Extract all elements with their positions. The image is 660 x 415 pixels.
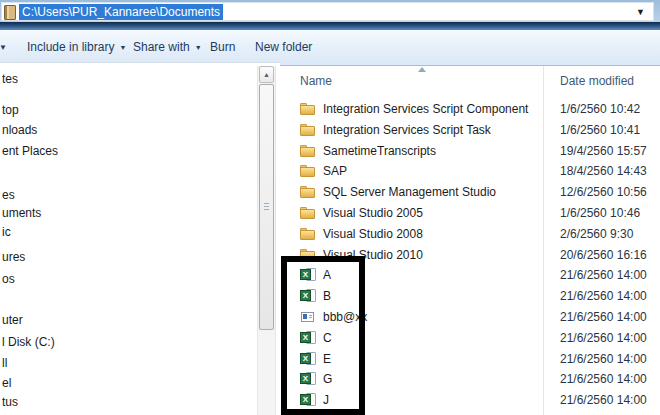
file-date-modified: 19/4/2560 15:57 bbox=[560, 144, 647, 158]
file-name: SAP bbox=[323, 164, 347, 178]
command-toolbar: ▼ Include in library▼ Share with▼ Burn N… bbox=[0, 30, 660, 63]
window-glass-band bbox=[0, 22, 660, 30]
address-bar-row: C:\Users\PUR_Kannaree\Documents ▼ bbox=[0, 0, 660, 22]
file-date-modified: 18/4/2560 14:43 bbox=[560, 164, 647, 178]
file-date-modified: 12/6/2560 10:56 bbox=[560, 185, 647, 199]
sidebar-item[interactable]: ic bbox=[2, 225, 11, 240]
sidebar-item[interactable]: es bbox=[2, 188, 15, 203]
file-row[interactable]: SQL Server Management Studio12/6/2560 10… bbox=[300, 184, 655, 201]
sidebar-item[interactable]: os bbox=[2, 272, 15, 287]
sidebar-item[interactable]: tes bbox=[2, 72, 18, 87]
folder-icon bbox=[300, 185, 317, 199]
sidebar-item[interactable]: ent Places bbox=[2, 144, 58, 159]
truncated-dropdown-icon[interactable]: ▼ bbox=[0, 43, 7, 52]
sort-ascending-icon bbox=[418, 67, 426, 72]
file-row[interactable]: Visual Studio 20051/6/2560 10:46 bbox=[300, 205, 655, 222]
sidebar-item[interactable]: uments bbox=[2, 206, 41, 221]
folder-icon bbox=[300, 206, 317, 220]
address-path-selected-text[interactable]: C:\Users\PUR_Kannaree\Documents bbox=[19, 4, 223, 20]
file-date-modified: 1/6/2560 10:41 bbox=[560, 123, 640, 137]
sidebar-item[interactable]: ll bbox=[2, 356, 7, 371]
file-date-modified: 2/6/2560 9:30 bbox=[560, 227, 633, 241]
sidebar-item[interactable]: l Disk (C:) bbox=[2, 335, 55, 350]
burn-label: Burn bbox=[210, 40, 235, 54]
chevron-down-icon: ▼ bbox=[195, 44, 202, 51]
share-with-label: Share with bbox=[133, 40, 190, 54]
file-date-modified: 21/6/2560 14:00 bbox=[560, 310, 647, 324]
column-header-strip bbox=[280, 62, 660, 66]
file-date-modified: 21/6/2560 14:00 bbox=[560, 352, 647, 366]
folder-icon bbox=[300, 102, 317, 116]
folder-icon bbox=[300, 227, 317, 241]
column-header-name[interactable]: Name bbox=[300, 74, 332, 89]
folder-icon bbox=[300, 123, 317, 137]
file-row[interactable]: Integration Services Script Task1/6/2560… bbox=[300, 121, 655, 138]
file-date-modified: 20/6/2560 16:16 bbox=[560, 248, 647, 262]
chevron-down-icon: ▼ bbox=[119, 44, 126, 51]
new-folder-button[interactable]: New folder bbox=[255, 39, 312, 55]
folder-icon bbox=[300, 144, 317, 158]
file-name: Visual Studio 2008 bbox=[323, 227, 423, 241]
file-date-modified: 1/6/2560 10:46 bbox=[560, 206, 640, 220]
column-header-date-modified[interactable]: Date modified bbox=[560, 74, 634, 89]
sidebar-item[interactable]: el bbox=[2, 376, 11, 391]
file-name: Integration Services Script Task bbox=[323, 123, 491, 137]
scrollbar-thumb[interactable] bbox=[259, 84, 274, 330]
sidebar-item[interactable]: tus bbox=[2, 395, 18, 410]
address-bar[interactable]: C:\Users\PUR_Kannaree\Documents ▼ bbox=[1, 2, 654, 21]
share-with-button[interactable]: Share with▼ bbox=[133, 39, 202, 55]
scroll-up-icon: ▲ bbox=[263, 71, 270, 78]
file-row[interactable]: SametimeTranscripts19/4/2560 15:57 bbox=[300, 142, 655, 159]
file-row[interactable]: Visual Studio 20082/6/2560 9:30 bbox=[300, 225, 655, 242]
include-in-library-label: Include in library bbox=[27, 40, 114, 54]
file-row[interactable]: Integration Services Script Component1/6… bbox=[300, 101, 655, 118]
file-row[interactable]: SAP18/4/2560 14:43 bbox=[300, 163, 655, 180]
new-folder-label: New folder bbox=[255, 40, 312, 54]
folder-icon bbox=[300, 164, 317, 178]
file-date-modified: 21/6/2560 14:00 bbox=[560, 331, 647, 345]
file-date-modified: 1/6/2560 10:42 bbox=[560, 102, 640, 116]
file-name: SQL Server Management Studio bbox=[323, 185, 496, 199]
explorer-window: C:\Users\PUR_Kannaree\Documents ▼ ▼ Incl… bbox=[0, 0, 660, 415]
file-name: Visual Studio 2005 bbox=[323, 206, 423, 220]
annotation-rectangle bbox=[281, 256, 365, 415]
file-date-modified: 21/6/2560 14:00 bbox=[560, 372, 647, 386]
scrollbar-grip-icon bbox=[264, 203, 269, 210]
sidebar-item[interactable]: uter bbox=[2, 313, 23, 328]
file-date-modified: 21/6/2560 14:00 bbox=[560, 393, 647, 407]
sidebar-item[interactable]: ures bbox=[2, 250, 25, 265]
address-dropdown-icon[interactable]: ▼ bbox=[636, 7, 645, 17]
include-in-library-button[interactable]: Include in library▼ bbox=[27, 39, 126, 55]
burn-button[interactable]: Burn bbox=[210, 39, 235, 55]
scroll-up-button[interactable]: ▲ bbox=[259, 66, 274, 83]
sidebar-item[interactable]: top bbox=[2, 103, 19, 118]
sidebar-scrollbar[interactable]: ▲ bbox=[257, 66, 276, 415]
file-name: Integration Services Script Component bbox=[323, 102, 528, 116]
address-book-icon bbox=[4, 5, 16, 20]
file-date-modified: 21/6/2560 14:00 bbox=[560, 268, 647, 282]
sidebar-item[interactable]: nloads bbox=[2, 123, 37, 138]
file-date-modified: 21/6/2560 14:00 bbox=[560, 289, 647, 303]
file-name: SametimeTranscripts bbox=[323, 144, 436, 158]
